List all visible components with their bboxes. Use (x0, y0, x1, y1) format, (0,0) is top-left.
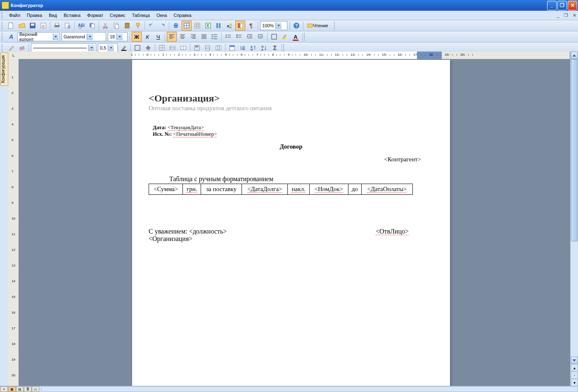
scroll-up-button[interactable] (571, 52, 578, 59)
research-button[interactable] (87, 21, 97, 31)
line-style-combo[interactable] (31, 43, 96, 52)
menu-file[interactable]: Файл (6, 12, 24, 19)
redo-button[interactable] (157, 21, 167, 31)
bullet-list-button[interactable] (234, 32, 244, 42)
format-painter-button[interactable] (133, 21, 143, 31)
grip-icon (334, 22, 336, 29)
vertical-ruler[interactable]: 1234567891011121314151617181920 (8, 59, 19, 386)
permissions-button[interactable]: ⊘ (38, 21, 48, 31)
menu-insert[interactable]: Вставка (60, 12, 84, 19)
borders-button[interactable] (269, 32, 279, 42)
highlight-button[interactable] (280, 32, 290, 42)
undo-button[interactable] (147, 21, 156, 31)
mdi-restore[interactable]: ❐ (562, 13, 570, 18)
print-layout-button[interactable]: ▦ (8, 386, 16, 392)
reading-view-button[interactable]: ▭ (32, 386, 39, 392)
align-justify-button[interactable] (199, 32, 209, 42)
save-button[interactable] (28, 21, 38, 31)
prev-page-button[interactable]: ▴ (571, 364, 578, 371)
outline-view-button[interactable]: ≣ (24, 386, 31, 392)
menu-edit[interactable]: Правка (24, 12, 45, 19)
menu-format[interactable]: Формат (84, 12, 107, 19)
align-center-button[interactable] (178, 32, 187, 42)
styles-pane-button[interactable]: A (6, 32, 16, 42)
align-right-button[interactable] (188, 32, 198, 42)
show-marks-button[interactable]: ¶ (246, 21, 256, 31)
excel-button[interactable]: X (203, 21, 213, 31)
mdi-minimize[interactable]: _ (555, 13, 561, 18)
line-weight-combo[interactable]: 0,5 (98, 43, 118, 52)
cell[interactable]: <ДатаДолга> (242, 184, 288, 195)
config-tab[interactable]: Конфигурация (0, 52, 8, 86)
svg-rect-36 (238, 23, 240, 28)
cell[interactable]: <НомДок> (309, 184, 348, 195)
spellcheck-button[interactable]: AБВ (76, 21, 86, 31)
svg-rect-34 (227, 25, 229, 27)
paste-button[interactable] (122, 21, 132, 31)
print-preview-button[interactable] (63, 21, 73, 31)
help-button[interactable]: ? (291, 21, 301, 31)
style-combo[interactable]: Верхний колонт (17, 32, 60, 41)
sign-left-1: С уважением: <должность> (149, 228, 227, 235)
font-color-button[interactable]: A (291, 32, 301, 42)
bold-button[interactable]: Ж (132, 32, 142, 42)
horizontal-ruler[interactable]: 101234567891011121314151617181920 (19, 52, 570, 59)
maximize-button[interactable]: ❐ (557, 1, 567, 10)
scroll-thumb[interactable] (571, 59, 578, 241)
cell[interactable]: <ДатаОплаты> (361, 184, 412, 195)
scroll-down-button[interactable] (571, 357, 578, 364)
outdent-button[interactable] (245, 32, 255, 42)
size-combo[interactable]: 18 (108, 32, 128, 41)
columns-button[interactable] (214, 21, 224, 31)
menu-table[interactable]: Таблица (129, 12, 153, 19)
zoom-combo[interactable]: 100% (260, 21, 287, 30)
new-doc-button[interactable] (6, 21, 16, 31)
svg-text:?: ? (295, 23, 298, 28)
tables-borders-button[interactable] (182, 21, 192, 31)
grip-icon (283, 44, 286, 52)
menu-tools[interactable]: Сервис (107, 12, 129, 19)
copy-button[interactable] (111, 21, 121, 31)
document-body[interactable]: <Организация> Оптовая поставка продуктов… (149, 93, 434, 243)
ruler-corner[interactable]: L (8, 52, 19, 59)
cell[interactable]: за поставку (201, 184, 242, 195)
normal-view-button[interactable]: ≡ (0, 386, 8, 392)
menu-windows[interactable]: Окна (153, 12, 171, 19)
grip-icon (2, 33, 4, 40)
cell[interactable]: накл. (288, 184, 310, 195)
open-button[interactable] (17, 21, 27, 31)
italic-button[interactable]: К (142, 32, 152, 42)
vertical-scrollbar[interactable]: ▴ ◦ ▾ (570, 52, 578, 386)
font-combo[interactable]: Garamond (62, 32, 106, 41)
document-canvas[interactable]: <Организация> Оптовая поставка продуктов… (19, 59, 570, 386)
mdi-close[interactable]: ✕ (571, 13, 578, 18)
print-button[interactable] (52, 21, 62, 31)
cell[interactable]: <Сумма> (149, 184, 183, 195)
insert-table-button[interactable] (192, 21, 202, 31)
cut-button[interactable] (101, 21, 111, 31)
grip-icon (2, 12, 4, 19)
web-layout-button[interactable]: ▤ (16, 386, 24, 392)
next-page-button[interactable]: ▾ (571, 379, 578, 386)
doc-map-button[interactable] (235, 21, 245, 31)
horizontal-scrollbar[interactable] (41, 386, 578, 392)
close-button[interactable]: ✕ (568, 1, 577, 10)
hyperlink-button[interactable] (171, 21, 181, 31)
numbered-list-button[interactable]: 12 (223, 32, 233, 42)
cell[interactable]: до (348, 184, 361, 195)
grip-icon (304, 33, 306, 40)
drawing-button[interactable] (225, 21, 235, 31)
select-browse-button[interactable]: ◦ (571, 371, 578, 379)
menu-help[interactable]: Справка (170, 12, 194, 19)
align-left-button[interactable] (167, 32, 177, 42)
minimize-button[interactable]: _ (547, 1, 557, 10)
menu-view[interactable]: Вид (45, 12, 60, 19)
cell[interactable]: грн. (183, 184, 201, 195)
indent-button[interactable] (256, 32, 265, 42)
svg-rect-32 (216, 23, 218, 28)
line-spacing-button[interactable] (210, 32, 220, 42)
underline-button[interactable]: Ч (153, 32, 163, 42)
svg-rect-75 (282, 39, 287, 40)
style-value: Верхний колонт (19, 32, 51, 42)
read-mode-button[interactable]: Чтение (305, 21, 330, 31)
